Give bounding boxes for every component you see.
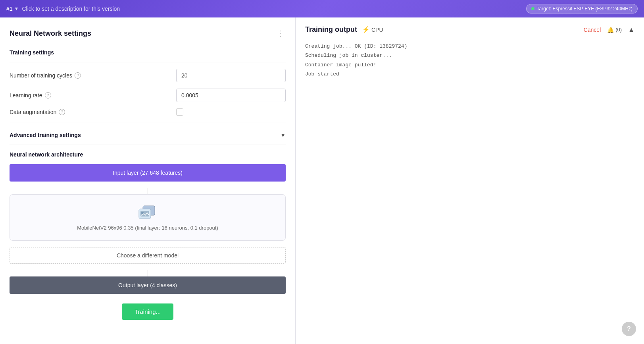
version-description[interactable]: Click to set a description for this vers… [22, 6, 120, 12]
output-actions: Cancel 🔔 (0) ▲ [584, 26, 634, 33]
output-layer-button[interactable]: Output layer (4 classes) [10, 276, 286, 294]
log-line: Creating job... OK (ID: 13829724) [305, 42, 634, 51]
panel-title: Neural Network settings [10, 29, 91, 38]
notifications-button[interactable]: 🔔 (0) [607, 27, 622, 33]
lightning-icon: ⚡ [362, 26, 370, 33]
lr-input[interactable] [176, 89, 286, 102]
lr-row: Learning rate ? [10, 89, 286, 102]
log-line: Container image pulled! [305, 60, 634, 70]
cycles-input[interactable] [176, 69, 286, 82]
collapse-button[interactable]: ▲ [628, 26, 634, 33]
log-line: Scheduling job in cluster... [305, 51, 634, 60]
topbar-right: Target: Espressif ESP-EYE (ESP32 240MHz) [526, 4, 638, 14]
model-card[interactable]: ⇄ MobileNetV2 96x96 0.35 (final layer: 1… [10, 194, 286, 241]
advanced-chevron-icon: ▼ [280, 132, 286, 138]
lr-help-icon[interactable]: ? [45, 92, 51, 99]
version-badge[interactable]: #1 ▼ [6, 6, 19, 12]
output-log: Creating job... OK (ID: 13829724)Schedul… [305, 42, 634, 79]
target-badge[interactable]: Target: Espressif ESP-EYE (ESP32 240MHz) [526, 4, 638, 14]
log-line: Job started [305, 70, 634, 79]
version-chevron[interactable]: ▼ [14, 6, 19, 12]
model-icon: ⇄ [137, 204, 158, 222]
augmentation-checkbox[interactable] [176, 108, 183, 116]
topbar: #1 ▼ Click to set a description for this… [0, 0, 644, 17]
augmentation-row: Data augmentation ? [10, 108, 286, 116]
training-settings-title: Training settings [10, 49, 286, 56]
cycles-label-group: Number of training cycles ? [10, 72, 176, 79]
cancel-button[interactable]: Cancel [584, 27, 601, 33]
target-status-dot [531, 7, 534, 10]
left-panel: Neural Network settings ⋮ Training setti… [0, 17, 296, 344]
cpu-badge: ⚡ CPU [362, 26, 383, 33]
topbar-left: #1 ▼ Click to set a description for this… [6, 6, 120, 12]
architecture-title: Neural network architecture [10, 151, 286, 158]
notif-count: (0) [615, 27, 622, 33]
main-layout: Neural Network settings ⋮ Training setti… [0, 17, 644, 344]
divider-2 [10, 122, 286, 122]
input-layer-button[interactable]: Input layer (27,648 features) [10, 164, 286, 182]
output-title: Training output [305, 25, 357, 34]
advanced-settings-row[interactable]: Advanced training settings ▼ [10, 129, 286, 141]
model-name: MobileNetV2 96x96 0.35 (final layer: 16 … [19, 225, 276, 231]
augmentation-label: Data augmentation [10, 109, 56, 115]
connector-line-2 [148, 270, 148, 276]
cycles-row: Number of training cycles ? [10, 69, 286, 82]
cycles-help-icon[interactable]: ? [75, 72, 81, 79]
divider-3 [10, 145, 286, 145]
more-options-icon[interactable]: ⋮ [275, 27, 286, 40]
training-settings-section: Training settings Number of training cyc… [10, 49, 286, 116]
right-panel: Training output ⚡ CPU Cancel 🔔 (0) ▲ Cre… [296, 17, 644, 344]
augmentation-label-group: Data augmentation ? [10, 109, 176, 115]
augmentation-help-icon[interactable]: ? [59, 109, 65, 115]
advanced-title: Advanced training settings [10, 132, 81, 138]
version-number: #1 [6, 6, 13, 12]
target-label: Target: Espressif ESP-EYE (ESP32 240MHz) [537, 6, 632, 12]
cycles-label: Number of training cycles [10, 72, 72, 79]
output-header: Training output ⚡ CPU Cancel 🔔 (0) ▲ [305, 25, 634, 34]
panel-header: Neural Network settings ⋮ [10, 27, 286, 40]
divider-1 [10, 62, 286, 62]
lr-label: Learning rate [10, 92, 42, 99]
cpu-label: CPU [371, 27, 383, 33]
help-fab[interactable]: ? [622, 322, 636, 336]
lr-label-group: Learning rate ? [10, 92, 176, 99]
connector-line-1 [148, 188, 148, 194]
bell-icon: 🔔 [607, 27, 614, 33]
training-button[interactable]: Training... [122, 303, 173, 320]
choose-model-button[interactable]: Choose a different model [10, 247, 286, 264]
